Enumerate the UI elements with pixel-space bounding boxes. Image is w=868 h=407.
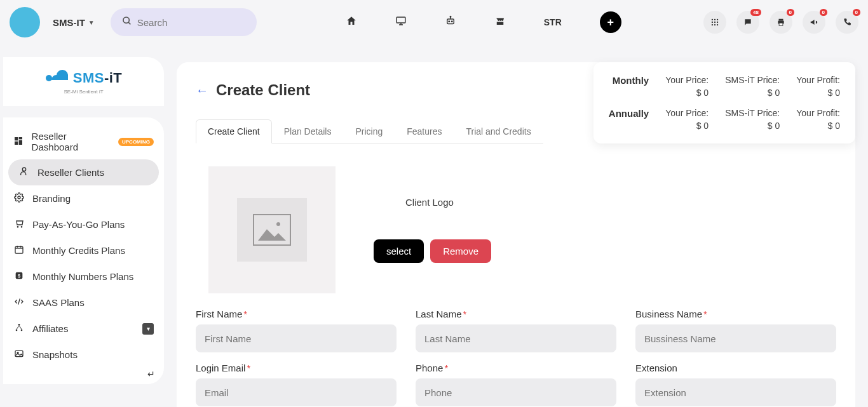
svg-line-42 <box>19 326 22 330</box>
monitor-icon[interactable] <box>395 15 407 29</box>
remove-logo-button[interactable]: Remove <box>430 239 491 263</box>
phone-icon[interactable]: 0 <box>836 11 858 34</box>
pricing-monthly-smsit-price: SMS-iT Price: $ 0 <box>725 75 780 98</box>
svg-point-15 <box>717 22 718 23</box>
svg-rect-26 <box>15 141 18 144</box>
svg-line-1 <box>128 22 130 24</box>
login-email-input[interactable] <box>196 378 397 406</box>
svg-point-12 <box>717 19 718 20</box>
sidebar-item-reseller-clients[interactable]: Reseller Clients <box>8 159 159 185</box>
store-icon[interactable] <box>494 15 506 29</box>
chat-icon[interactable]: 48 <box>736 11 759 34</box>
svg-point-17 <box>714 24 715 25</box>
pricing-monthly-your-price: Your Price: $ 0 <box>665 75 709 98</box>
sidebar-item-label: Monthly Numbers Plans <box>32 271 133 282</box>
tab-pricing[interactable]: Pricing <box>343 119 395 143</box>
last-name-label: Last Name* <box>416 309 616 319</box>
svg-text:$: $ <box>18 273 20 279</box>
sidebar-item-payg-plans[interactable]: Pay-As-You-Go Plans <box>3 211 164 237</box>
form-group-first-name: First Name* <box>196 309 397 352</box>
logo-section: Client Logo select Remove <box>196 166 836 293</box>
extension-input[interactable] <box>635 378 836 406</box>
svg-rect-25 <box>19 140 22 144</box>
home-icon[interactable] <box>346 15 357 29</box>
sidebar-item-monthly-credits[interactable]: Monthly Credits Plans <box>3 237 164 264</box>
form-group-phone: Phone* <box>416 363 616 406</box>
pricing-monthly-your-profit: Your Profit: $ 0 <box>796 75 840 98</box>
extension-label: Extension <box>635 363 836 373</box>
select-logo-button[interactable]: select <box>374 239 424 263</box>
first-name-input[interactable] <box>196 324 397 352</box>
sidebar-collapse-icon[interactable]: ↵ <box>147 369 155 379</box>
print-icon[interactable]: 0 <box>770 11 792 34</box>
svg-point-30 <box>21 227 22 227</box>
tab-features[interactable]: Features <box>395 119 454 143</box>
str-link[interactable]: STR <box>544 17 562 27</box>
announce-icon[interactable]: 0 <box>803 11 825 34</box>
sidebar-item-label: Branding <box>32 193 71 204</box>
sidebar-item-label: Pay-As-You-Go Plans <box>32 219 125 230</box>
sidebar-item-saas-plans[interactable]: SAAS Plans <box>3 290 164 316</box>
svg-point-46 <box>276 222 280 226</box>
logo-upload-area[interactable] <box>208 166 336 293</box>
phone-badge: 0 <box>853 9 860 16</box>
content-card: ← Create Client Monthly Your Price: $ 0 … <box>177 62 855 407</box>
svg-point-40 <box>21 330 23 331</box>
announce-badge: 0 <box>820 9 827 16</box>
image-placeholder-icon <box>237 198 307 262</box>
code-icon <box>13 297 25 309</box>
clients-icon <box>18 166 30 178</box>
sidebar: SMS-iT SE-Mi Sentient iT Reseller Dashbo… <box>0 44 164 407</box>
top-icons: STR + <box>346 11 621 33</box>
business-name-label: Business Name* <box>635 309 836 319</box>
logo-buttons: select Remove <box>374 239 491 263</box>
phone-input[interactable] <box>416 378 616 406</box>
cloud-icon <box>45 69 68 88</box>
last-name-input[interactable] <box>416 324 616 352</box>
upcoming-badge: UPCOMING <box>118 138 154 146</box>
add-button[interactable]: + <box>600 11 621 33</box>
tab-plan-details[interactable]: Plan Details <box>272 119 344 143</box>
svg-point-7 <box>451 21 452 22</box>
logo-subtitle: SE-Mi Sentient iT <box>64 89 103 95</box>
tab-trial-credits[interactable]: Trial and Credits <box>454 119 543 143</box>
svg-point-11 <box>714 19 715 20</box>
topbar: SMS-IT ▼ STR + 48 0 <box>0 0 868 44</box>
tab-create-client[interactable]: Create Client <box>196 119 272 143</box>
sidebar-item-reseller-dashboard[interactable]: Reseller Dashboard UPCOMING <box>3 124 164 159</box>
phone-label: Phone* <box>416 363 616 373</box>
svg-rect-24 <box>19 137 22 139</box>
first-name-label: First Name* <box>196 309 397 319</box>
image-icon <box>13 349 25 361</box>
search-container <box>111 8 257 36</box>
chevron-down-icon[interactable]: ▾ <box>142 323 154 335</box>
sidebar-item-affiliates[interactable]: Affiliates ▾ <box>3 316 164 342</box>
business-name-input[interactable] <box>635 324 836 352</box>
svg-rect-2 <box>397 17 405 23</box>
robot-icon[interactable] <box>445 15 456 29</box>
pricing-annually-your-price: Your Price: $ 0 <box>665 108 709 131</box>
avatar[interactable] <box>10 7 40 37</box>
affiliates-icon <box>13 323 25 335</box>
form-grid: First Name* Last Name* Business Name* Lo… <box>196 309 836 406</box>
sidebar-item-snapshots[interactable]: Snapshots <box>3 342 164 368</box>
content-area: ← Create Client Monthly Your Price: $ 0 … <box>164 44 868 407</box>
back-arrow-icon[interactable]: ← <box>196 83 208 98</box>
tabs: Create Client Plan Details Pricing Featu… <box>196 119 543 143</box>
svg-rect-19 <box>779 19 783 21</box>
svg-point-22 <box>46 75 52 81</box>
brand-dropdown[interactable]: SMS-IT ▼ <box>53 17 95 28</box>
svg-line-41 <box>17 326 19 330</box>
sidebar-item-label: Snapshots <box>32 349 78 360</box>
svg-rect-23 <box>15 137 18 140</box>
svg-point-9 <box>450 17 451 18</box>
svg-point-10 <box>712 19 713 20</box>
dollar-icon: $ <box>13 270 25 283</box>
apps-icon[interactable] <box>703 11 726 34</box>
sidebar-item-label: Reseller Clients <box>37 167 104 178</box>
svg-marker-47 <box>258 229 286 241</box>
sidebar-item-monthly-numbers[interactable]: $ Monthly Numbers Plans <box>3 264 164 290</box>
sidebar-item-branding[interactable]: Branding <box>3 185 164 211</box>
search-input[interactable] <box>137 17 245 28</box>
sidebar-logo-block: SMS-iT SE-Mi Sentient iT <box>3 57 164 106</box>
